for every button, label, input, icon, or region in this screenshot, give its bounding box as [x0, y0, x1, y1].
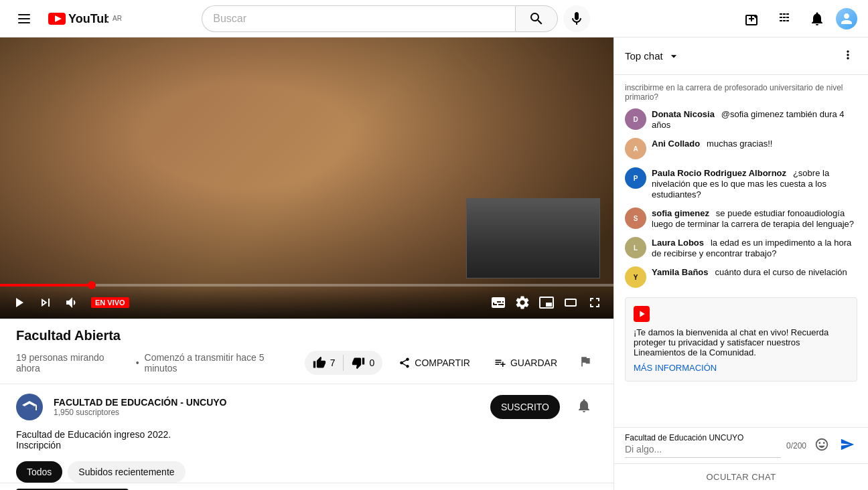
recommendation-tabs: Todos Subidos recientemente [0, 456, 613, 483]
chat-info-link[interactable]: MÁS INFORMACIÓN [634, 363, 849, 373]
chat-name-3[interactable]: Paula Rocio Rodriguez Albornoz [652, 168, 786, 178]
mic-icon [569, 11, 585, 27]
thumbs-up-icon [313, 356, 326, 370]
send-button[interactable] [837, 434, 857, 457]
pip-window [466, 198, 600, 278]
chat-content-4: sofia gimenez se puede estudiar fonoaudi… [652, 208, 857, 229]
chat-name-2[interactable]: Ani Collado [652, 139, 700, 149]
theater-button[interactable] [560, 292, 581, 313]
next-button[interactable] [35, 292, 56, 313]
logo-country: AR [113, 15, 122, 22]
apps-button[interactable] [772, 5, 798, 32]
youtube-icon: YouTube [48, 12, 108, 25]
volume-button[interactable] [62, 292, 83, 313]
emoji-button[interactable] [812, 434, 832, 457]
like-count: 7 [330, 357, 336, 368]
fullscreen-button[interactable] [584, 292, 605, 313]
more-vert-icon [841, 48, 855, 62]
hide-chat-button[interactable]: OCULTAR CHAT [614, 463, 868, 490]
chat-more-button[interactable] [839, 46, 857, 66]
search-input[interactable] [202, 5, 515, 32]
flag-button[interactable] [573, 349, 597, 376]
video-section: EN VIVO [0, 37, 613, 490]
chat-name-6[interactable]: Yamila Baños [652, 267, 709, 277]
search-icon [528, 11, 545, 27]
chat-name-4[interactable]: sofia gimenez [652, 208, 709, 218]
video-meta: 19 personas mirando ahora • Comenzó a tr… [16, 349, 597, 376]
chevron-down-icon [667, 50, 680, 63]
chat-message-2: A Ani Collado muchas gracias!! [614, 134, 868, 163]
captions-icon [490, 295, 506, 311]
chat-name-1[interactable]: Donata Nicosia [652, 109, 715, 119]
video-controls: EN VIVO [0, 287, 613, 319]
bell-outline-icon [576, 398, 592, 414]
chat-title-button[interactable]: Top chat [625, 50, 680, 63]
channel-logo-icon [21, 399, 38, 415]
chat-avatar-5: L [625, 237, 646, 258]
theater-icon [563, 295, 579, 311]
main-layout: EN VIVO [0, 37, 868, 490]
settings-button[interactable] [512, 292, 533, 313]
header-left: YouTube AR [11, 5, 122, 32]
create-button[interactable] [739, 5, 766, 32]
chat-avatar-2: A [625, 138, 646, 159]
skip-next-icon [38, 295, 54, 311]
save-icon [494, 357, 506, 369]
chat-text-6: cuánto dura el curso de nivelación [715, 267, 847, 277]
chat-header: Top chat [614, 37, 868, 75]
live-badge: EN VIVO [91, 297, 129, 308]
save-label: GUARDAR [510, 357, 557, 368]
tab-recent[interactable]: Subidos recientemente [68, 461, 185, 483]
chat-name-5[interactable]: Laura Lobos [652, 238, 704, 248]
chat-avatar-1: D [625, 108, 646, 130]
meta-sep: • [136, 357, 139, 368]
share-icon [399, 357, 411, 369]
chat-content-6: Yamila Baños cuánto dura el curso de niv… [652, 266, 857, 277]
channel-avatar[interactable] [16, 394, 43, 420]
channel-details: FACULTAD DE EDUCACIÓN - UNCUYO 1,950 sus… [54, 397, 480, 417]
chat-section: Top chat inscribirme en la carrera de pr… [613, 37, 868, 490]
avatar[interactable] [836, 8, 857, 29]
search-button[interactable] [515, 5, 558, 32]
menu-button[interactable] [11, 5, 38, 32]
header: YouTube AR [0, 0, 868, 37]
channel-info: FACULTAD DE EDUCACIÓN - UNCUYO 1,950 sus… [0, 384, 613, 429]
mic-button[interactable] [563, 5, 590, 32]
dislike-button[interactable]: 0 [344, 351, 382, 375]
video-info: Facultad Abierta 19 personas mirando aho… [0, 319, 613, 376]
youtube-logo[interactable]: YouTube AR [48, 12, 122, 25]
dislike-count: 0 [369, 357, 374, 368]
share-button[interactable]: COMPARTIR [390, 351, 478, 374]
fullscreen-icon [587, 295, 603, 311]
channel-description: Facultad de Educación ingreso 2022. Insc… [0, 429, 613, 456]
miniplayer-icon [538, 295, 555, 311]
chat-info-box: ¡Te damos la bienvenida al chat en vivo!… [625, 297, 857, 382]
play-button[interactable] [8, 292, 29, 313]
notifications-button[interactable] [804, 5, 830, 32]
chat-content-5: Laura Lobos la edad es un impedimento a … [652, 237, 857, 258]
truncated-message: inscribirme en la carrera de profesorado… [614, 80, 868, 104]
chat-info-text: ¡Te damos la bienvenida al chat en vivo!… [634, 327, 849, 357]
like-button[interactable]: 7 [305, 351, 344, 375]
chat-avatar-6: Y [625, 266, 646, 288]
subscribe-button[interactable]: SUSCRITO [490, 395, 560, 419]
pip-person [467, 199, 599, 278]
chat-message-5: L Laura Lobos la edad es un impedimento … [614, 233, 868, 262]
channel-bell-button[interactable] [571, 392, 597, 421]
play-icon [11, 295, 27, 311]
channel-subscribers: 1,950 suscriptores [54, 408, 480, 417]
captions-button[interactable] [488, 292, 509, 313]
emoji-icon [814, 437, 829, 452]
chat-input[interactable] [625, 444, 781, 455]
controls-right [488, 292, 605, 313]
hamburger-icon [18, 14, 30, 23]
save-button[interactable]: GUARDAR [486, 351, 565, 374]
video-title: Facultad Abierta [16, 327, 597, 344]
channel-name[interactable]: FACULTAD DE EDUCACIÓN - UNCUYO [54, 397, 480, 408]
chat-avatar-3: P [625, 167, 646, 189]
video-player[interactable]: EN VIVO [0, 37, 613, 319]
miniplayer-button[interactable] [536, 292, 557, 313]
tab-all[interactable]: Todos [16, 461, 62, 483]
apps-icon [777, 11, 793, 27]
chat-content-2: Ani Collado muchas gracias!! [652, 138, 857, 149]
